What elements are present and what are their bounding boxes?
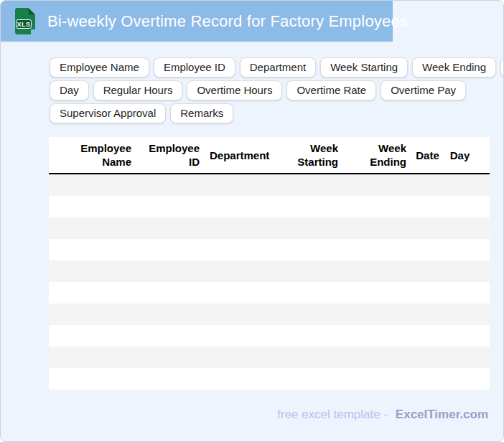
tag-chip[interactable]: Overtime Hours <box>187 80 282 100</box>
table-row <box>49 368 490 390</box>
tag-chip[interactable]: Regular Hours <box>93 80 183 100</box>
table-row <box>49 239 490 260</box>
tag-chip[interactable]: Overtime Rate <box>286 80 376 100</box>
footer: free excel template - ExcelTimer.com <box>1 408 503 422</box>
column-header <box>49 137 73 173</box>
column-header: Week Ending <box>343 137 411 173</box>
column-header: Week Starting <box>284 137 343 173</box>
tag-chip[interactable]: Remarks <box>170 103 233 123</box>
tag-chip-row: Supervisor ApprovalRemarks <box>50 103 498 123</box>
tag-chip[interactable]: Employee Name <box>50 57 149 77</box>
tag-chip[interactable]: Day <box>50 80 89 100</box>
table-row <box>49 260 490 282</box>
table-row <box>49 282 490 304</box>
table-row <box>49 217 490 239</box>
tag-chip[interactable]: Week Starting <box>320 57 408 77</box>
column-header: Employee Name <box>73 137 136 173</box>
tag-chip[interactable]: Date <box>500 57 504 77</box>
column-header: Day <box>444 137 476 173</box>
footer-brand-link[interactable]: ExcelTimer.com <box>396 408 488 421</box>
column-header-filler <box>476 137 490 173</box>
tag-chip[interactable]: Employee ID <box>154 57 235 77</box>
table-header-row: Employee NameEmployee IDDepartmentWeek S… <box>49 137 490 174</box>
spreadsheet-preview: Employee NameEmployee IDDepartmentWeek S… <box>49 137 490 390</box>
table-row <box>49 174 490 196</box>
tag-chip-list: Employee NameEmployee IDDepartmentWeek S… <box>50 57 498 123</box>
column-header: Employee ID <box>136 137 205 173</box>
column-header: Department <box>205 137 284 173</box>
column-header: Date <box>411 137 444 173</box>
table-row <box>49 196 490 217</box>
tag-chip[interactable]: Overtime Pay <box>381 80 466 100</box>
footer-text: free excel template - <box>277 408 388 421</box>
table-row <box>49 304 490 325</box>
page: XLS Bi-weekly Overtime Record for Factor… <box>0 0 504 442</box>
tag-chip-row: DayRegular HoursOvertime HoursOvertime R… <box>50 80 498 100</box>
xls-icon-label: XLS <box>17 21 30 28</box>
title-banner: XLS Bi-weekly Overtime Record for Factor… <box>1 1 393 42</box>
xls-file-icon: XLS <box>15 8 35 34</box>
tag-chip[interactable]: Week Ending <box>412 57 496 77</box>
tag-chip-row: Employee NameEmployee IDDepartmentWeek S… <box>50 57 498 77</box>
table-row <box>49 347 490 368</box>
table-body <box>49 174 490 390</box>
page-title: Bi-weekly Overtime Record for Factory Em… <box>47 12 408 31</box>
tag-chip[interactable]: Department <box>240 57 316 77</box>
table-row <box>49 325 490 347</box>
tag-chip[interactable]: Supervisor Approval <box>50 103 166 123</box>
